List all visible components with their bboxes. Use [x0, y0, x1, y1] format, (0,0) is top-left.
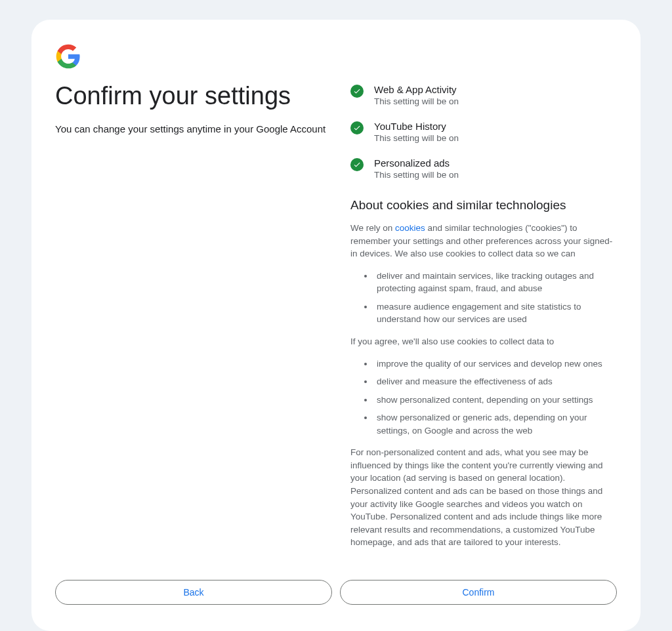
list-item: improve the quality of our services and … [374, 357, 617, 371]
cookies-list-1: deliver and maintain services, like trac… [350, 270, 617, 326]
google-logo-icon [55, 43, 81, 70]
back-button[interactable]: Back [55, 580, 332, 605]
confirm-button[interactable]: Confirm [340, 580, 617, 605]
check-icon [350, 121, 364, 134]
setting-title: Personalized ads [374, 157, 459, 169]
setting-desc: This setting will be on [374, 133, 459, 143]
setting-desc: This setting will be on [374, 170, 459, 180]
cookies-intro: We rely on cookies and similar technolog… [350, 222, 617, 260]
setting-title: Web & App Activity [374, 84, 459, 95]
setting-web-app-activity: Web & App Activity This setting will be … [350, 84, 617, 106]
list-item: deliver and measure the effectiveness of… [374, 375, 617, 388]
button-row: Back Confirm [55, 580, 617, 605]
list-item: show personalized content, depending on … [374, 394, 617, 407]
cookies-p3: For non-personalized content and ads, wh… [350, 446, 617, 549]
page-title: Confirm your settings [55, 81, 331, 112]
cookies-link[interactable]: cookies [395, 223, 425, 233]
setting-youtube-history: YouTube History This setting will be on [350, 121, 617, 143]
cookies-list-2: improve the quality of our services and … [350, 357, 617, 438]
list-item: deliver and maintain services, like trac… [374, 270, 617, 295]
intro-pre: We rely on [350, 223, 395, 233]
check-icon [350, 158, 364, 171]
list-item: show personalized or generic ads, depend… [374, 411, 617, 437]
cookies-heading: About cookies and similar technologies [350, 198, 617, 213]
setting-title: YouTube History [374, 121, 459, 132]
cookies-p4: You can change your browser settings to … [350, 558, 617, 561]
setting-personalized-ads: Personalized ads This setting will be on [350, 157, 617, 180]
cookies-mid: If you agree, we'll also use cookies to … [350, 335, 617, 348]
page-subtitle: You can change your settings anytime in … [55, 123, 331, 134]
check-icon [350, 85, 364, 98]
setting-desc: This setting will be on [374, 96, 459, 106]
list-item: measure audience engagement and site sta… [374, 300, 617, 326]
settings-card: Confirm your settings You can change you… [32, 20, 640, 631]
